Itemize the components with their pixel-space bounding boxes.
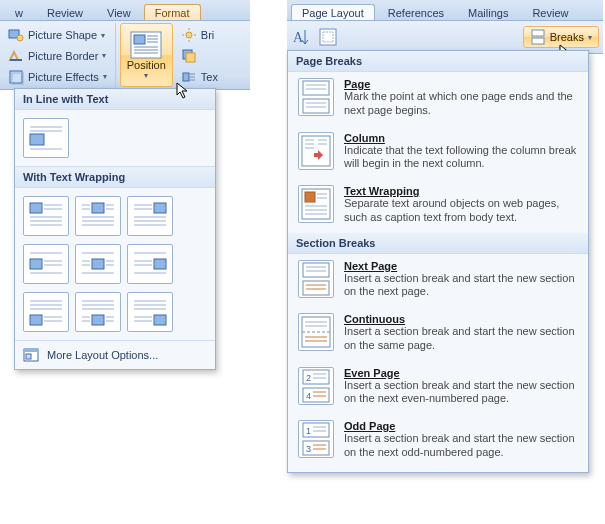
chevron-down-icon: ▾	[588, 33, 592, 42]
picture-effects-button[interactable]: Picture Effects ▾	[6, 68, 109, 86]
break-tw-desc: Separate text around objects on web page…	[344, 197, 578, 225]
pos-wrap-bot-left[interactable]	[23, 292, 69, 332]
breaks-label: Breaks	[550, 31, 584, 43]
picture-border-icon	[8, 48, 24, 64]
breaks-icon	[530, 29, 546, 45]
dialog-icon	[23, 347, 39, 363]
position-icon	[130, 31, 162, 59]
layer-icon	[181, 48, 197, 64]
svg-rect-25	[30, 134, 44, 145]
continuous-break-icon	[298, 313, 334, 351]
svg-rect-85	[24, 349, 38, 352]
break-even-title: Even Page	[344, 367, 578, 379]
misc-group: Bri Tex	[177, 23, 226, 89]
break-odd-desc: Insert a section break and start the new…	[344, 432, 578, 460]
svg-point-1	[17, 35, 23, 41]
ribbon-left: Picture Shape ▾ Picture Border ▾ Picture…	[0, 21, 250, 90]
svg-rect-19	[183, 73, 189, 81]
position-button[interactable]: Position ▾	[120, 23, 173, 87]
svg-rect-112	[303, 281, 329, 295]
svg-rect-88	[320, 29, 336, 45]
break-odd-page[interactable]: 13 Odd Page Insert a section break and s…	[288, 414, 588, 468]
brightness-label: Bri	[201, 29, 214, 41]
page-breaks-header: Page Breaks	[288, 51, 588, 72]
svg-rect-78	[154, 315, 166, 325]
ribbon-tabbar-right: Page Layout References Mailings Review	[287, 0, 603, 21]
svg-rect-33	[92, 203, 104, 213]
margins-icon[interactable]	[317, 26, 339, 48]
break-page-title: Page	[344, 78, 578, 90]
tab-mailings[interactable]: Mailings	[457, 4, 519, 20]
break-continuous[interactable]: Continuous Insert a section break and st…	[288, 307, 588, 361]
break-text-wrapping[interactable]: Text Wrapping Separate text around objec…	[288, 179, 588, 233]
svg-point-12	[186, 32, 192, 38]
even-page-break-icon: 24	[298, 367, 334, 405]
pos-wrap-top-center[interactable]	[75, 196, 121, 236]
pos-wrap-bot-right[interactable]	[127, 292, 173, 332]
picture-shape-button[interactable]: Picture Shape ▾	[6, 26, 109, 44]
break-tw-title: Text Wrapping	[344, 185, 578, 197]
tab-references[interactable]: References	[377, 4, 455, 20]
pos-section-wrap: With Text Wrapping	[15, 166, 215, 188]
break-page[interactable]: Page Mark the point at which one page en…	[288, 72, 588, 126]
breaks-button[interactable]: Breaks ▾	[523, 26, 599, 48]
pos-section-inline: In Line with Text	[15, 89, 215, 110]
text-wrap-button[interactable]: Tex	[179, 68, 220, 86]
pos-wrap-mid-center[interactable]	[75, 244, 121, 284]
page-break-icon	[298, 78, 334, 116]
chevron-down-icon: ▾	[144, 71, 148, 80]
brightness-button[interactable]: Bri	[179, 26, 220, 44]
pos-wrap-bot-center[interactable]	[75, 292, 121, 332]
pos-wrap-mid-left[interactable]	[23, 244, 69, 284]
pos-inline-option[interactable]	[23, 118, 69, 158]
tab-page-layout[interactable]: Page Layout	[291, 4, 375, 20]
text-wrap-label: Tex	[201, 71, 218, 83]
pos-wrap-mid-right[interactable]	[127, 244, 173, 284]
ribbon-tabbar-left: w Review View Format	[0, 0, 250, 21]
picture-effects-label: Picture Effects	[28, 71, 99, 83]
pos-wrap-top-right[interactable]	[127, 196, 173, 236]
text-direction-icon[interactable]: A	[291, 26, 313, 48]
break-even-page[interactable]: 24 Even Page Insert a section break and …	[288, 361, 588, 415]
svg-rect-41	[154, 203, 166, 213]
breaks-dropdown: Page Breaks Page Mark the point at which…	[287, 50, 589, 473]
more-layout-options[interactable]: More Layout Options...	[15, 340, 215, 369]
picture-border-button[interactable]: Picture Border ▾	[6, 47, 109, 65]
svg-text:A: A	[293, 30, 304, 45]
svg-rect-18	[186, 53, 195, 62]
svg-text:4: 4	[306, 391, 311, 401]
pos-wrap-top-left[interactable]	[23, 196, 69, 236]
tab-format[interactable]: Format	[144, 4, 201, 20]
picture-border-label: Picture Border	[28, 50, 98, 62]
tab-review-right[interactable]: Review	[521, 4, 579, 20]
break-continuous-desc: Insert a section break and start the new…	[344, 325, 578, 353]
svg-rect-111	[303, 263, 329, 277]
svg-rect-93	[303, 99, 329, 113]
svg-text:1: 1	[306, 426, 311, 436]
break-even-desc: Insert a section break and start the new…	[344, 379, 578, 407]
svg-text:3: 3	[306, 444, 311, 454]
next-page-break-icon	[298, 260, 334, 298]
send-behind-button[interactable]	[179, 47, 220, 65]
tab-review[interactable]: Review	[36, 4, 94, 20]
break-column-desc: Indicate that the text following the col…	[344, 144, 578, 172]
break-next-page-desc: Insert a section break and start the new…	[344, 272, 578, 300]
break-column-title: Column	[344, 132, 578, 144]
chevron-down-icon: ▾	[101, 31, 105, 40]
tab-stub[interactable]: w	[4, 4, 34, 20]
svg-rect-105	[305, 192, 315, 202]
picture-shape-icon	[8, 27, 24, 43]
svg-rect-27	[30, 203, 42, 213]
break-continuous-title: Continuous	[344, 313, 578, 325]
text-wrap-icon	[181, 69, 197, 85]
break-next-page[interactable]: Next Page Insert a section break and sta…	[288, 254, 588, 308]
break-column[interactable]: Column Indicate that the text following …	[288, 126, 588, 180]
svg-rect-5	[134, 35, 145, 44]
more-layout-label: More Layout Options...	[47, 349, 158, 361]
column-break-icon	[298, 132, 334, 170]
position-label: Position	[127, 59, 166, 71]
tab-view[interactable]: View	[96, 4, 142, 20]
position-dropdown: In Line with Text With Text Wrapping Mor…	[14, 88, 216, 370]
picture-effects-icon	[8, 69, 24, 85]
svg-rect-64	[30, 315, 42, 325]
